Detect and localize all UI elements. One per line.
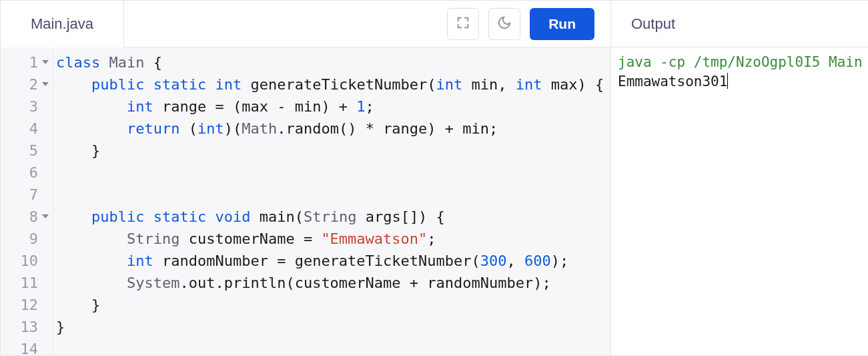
- fullscreen-icon: [456, 15, 470, 32]
- run-button-label: Run: [548, 16, 576, 31]
- editor-header: Main.java: [1, 1, 610, 47]
- code-line: }: [56, 316, 610, 338]
- code-line: [56, 162, 610, 184]
- code-line: }: [56, 294, 610, 316]
- output-header: Output: [611, 1, 868, 47]
- code-area[interactable]: class Main { public static int generateT…: [53, 47, 610, 355]
- line-number: 12: [1, 294, 53, 316]
- line-number: 5: [1, 140, 53, 162]
- line-number: 13: [1, 316, 53, 338]
- code-line: class Main {: [56, 51, 610, 73]
- line-number: 7: [1, 184, 53, 206]
- line-number: 8: [1, 206, 53, 228]
- code-line: int range = (max - min) + 1;: [56, 96, 610, 118]
- moon-icon: [497, 15, 512, 32]
- code-editor[interactable]: 1234567891011121314 class Main { public …: [1, 47, 610, 355]
- run-button[interactable]: Run: [530, 8, 594, 40]
- code-line: public static void main(String args[]) {: [56, 206, 610, 228]
- line-number: 6: [1, 162, 53, 184]
- theme-button[interactable]: [488, 8, 520, 40]
- fullscreen-button[interactable]: [447, 8, 479, 40]
- code-line: System.out.println(customerName + random…: [56, 272, 610, 294]
- line-number: 3: [1, 96, 53, 118]
- editor-toolbar: Run: [124, 1, 610, 47]
- line-number: 10: [1, 250, 53, 272]
- output-body[interactable]: java -cp /tmp/NzoOgpl0I5 Main Emmawatson…: [611, 47, 868, 355]
- file-tab-label: Main.java: [31, 15, 93, 33]
- code-line: [56, 184, 610, 206]
- output-cursor: [727, 73, 728, 89]
- editor-pane: Main.java: [1, 1, 611, 355]
- code-line: [56, 338, 610, 355]
- code-line: String customerName = "Emmawatson";: [56, 228, 610, 250]
- code-line: int randomNumber = generateTicketNumber(…: [56, 250, 610, 272]
- code-line: }: [56, 140, 610, 162]
- line-number: 14: [1, 338, 53, 355]
- line-number: 11: [1, 272, 53, 294]
- app-root: Main.java: [0, 0, 868, 356]
- line-number: 1: [1, 51, 53, 73]
- file-tab[interactable]: Main.java: [1, 1, 124, 47]
- line-number: 9: [1, 228, 53, 250]
- output-command: java -cp /tmp/NzoOgpl0I5 Main: [618, 54, 863, 70]
- line-number: 2: [1, 73, 53, 96]
- code-line: public static int generateTicketNumber(i…: [56, 73, 610, 96]
- output-title: Output: [631, 15, 675, 33]
- line-number: 4: [1, 118, 53, 140]
- line-gutter: 1234567891011121314: [1, 47, 53, 355]
- code-line: return (int)(Math.random() * range) + mi…: [56, 118, 610, 140]
- output-pane: Output java -cp /tmp/NzoOgpl0I5 Main Emm…: [611, 1, 868, 355]
- output-result: Emmawatson301: [618, 73, 727, 90]
